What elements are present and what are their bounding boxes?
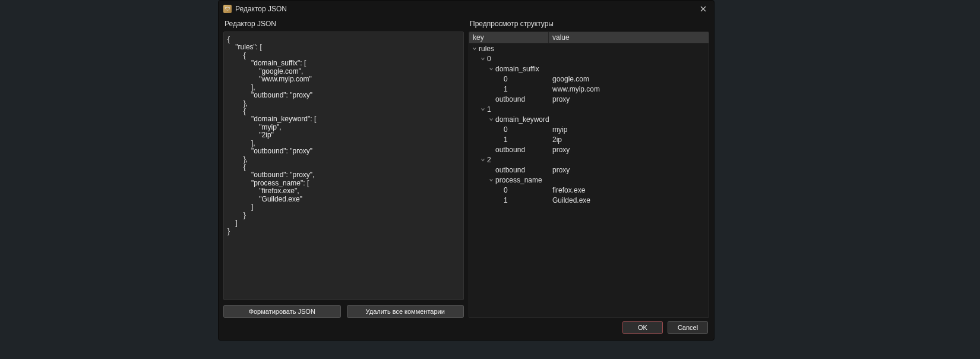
- tree-row[interactable]: 0firefox.exe: [469, 185, 709, 195]
- tree-row[interactable]: outboundproxy: [469, 94, 709, 104]
- tree-key: 0: [487, 55, 491, 63]
- tree-value: www.myip.com: [549, 85, 709, 93]
- tree-row[interactable]: 0google.com: [469, 74, 709, 84]
- chevron-down-icon[interactable]: [488, 66, 494, 72]
- chevron-down-icon[interactable]: [480, 56, 486, 62]
- tree-key: 1: [504, 136, 508, 144]
- tree-row[interactable]: 2: [469, 155, 709, 165]
- tree-value: proxy: [549, 95, 709, 103]
- structure-tree[interactable]: key value rules0domain_suffix0google.com…: [469, 32, 709, 318]
- titlebar: 🛡 Редактор JSON: [219, 1, 714, 17]
- tree-spacer: [497, 86, 502, 92]
- chevron-down-icon[interactable]: [472, 46, 478, 52]
- chevron-down-icon[interactable]: [488, 177, 494, 183]
- cancel-button[interactable]: Cancel: [668, 321, 708, 334]
- tree-key: 1: [504, 85, 508, 93]
- tree-header: key value: [469, 32, 709, 43]
- tree-key: process_name: [495, 176, 542, 184]
- window-title: Редактор JSON: [235, 5, 287, 13]
- tree-key: 0: [504, 75, 508, 83]
- editor-label: Редактор JSON: [223, 17, 464, 32]
- tree-key: outbound: [495, 166, 525, 174]
- tree-row[interactable]: process_name: [469, 175, 709, 185]
- tree-row[interactable]: domain_suffix: [469, 64, 709, 74]
- ok-button[interactable]: OK: [622, 321, 663, 334]
- strip-comments-button[interactable]: Удалить все комментарии: [347, 305, 464, 318]
- tree-spacer: [497, 197, 502, 203]
- tree-value: proxy: [549, 166, 709, 174]
- tree-row[interactable]: 1www.myip.com: [469, 84, 709, 94]
- format-json-button[interactable]: Форматировать JSON: [223, 305, 341, 318]
- tree-value: firefox.exe: [549, 186, 709, 194]
- json-editor-textarea[interactable]: { "rules": [ { "domain_suffix": [ "googl…: [223, 32, 464, 300]
- tree-row[interactable]: 12ip: [469, 134, 709, 144]
- tree-spacer: [497, 76, 502, 82]
- chevron-down-icon[interactable]: [480, 106, 486, 112]
- tree-value: Guilded.exe: [549, 196, 709, 204]
- tree-value: google.com: [549, 75, 709, 83]
- tree-row[interactable]: 1: [469, 104, 709, 114]
- tree-key: rules: [479, 45, 494, 53]
- tree-key: domain_suffix: [495, 65, 539, 73]
- app-icon: 🛡: [223, 5, 232, 13]
- tree-key: 1: [487, 105, 491, 114]
- chevron-down-icon[interactable]: [488, 116, 494, 122]
- preview-panel: Предпросмотр структуры key value rules0d…: [469, 17, 709, 318]
- tree-row[interactable]: rules: [469, 43, 709, 53]
- tree-key: 0: [504, 186, 508, 194]
- tree-key: outbound: [495, 146, 525, 154]
- tree-row[interactable]: 0: [469, 53, 709, 64]
- close-button[interactable]: [697, 3, 709, 15]
- tree-value: proxy: [549, 146, 709, 154]
- tree-spacer: [488, 96, 494, 102]
- tree-key: 2: [487, 156, 491, 164]
- tree-row[interactable]: 1Guilded.exe: [469, 195, 709, 205]
- tree-row[interactable]: 0myip: [469, 124, 709, 134]
- tree-key: 0: [504, 125, 508, 134]
- tree-row[interactable]: domain_keyword: [469, 114, 709, 124]
- tree-spacer: [497, 127, 502, 133]
- tree-value: myip: [549, 125, 709, 134]
- tree-header-value: value: [549, 32, 709, 43]
- tree-header-key: key: [469, 32, 549, 43]
- tree-spacer: [488, 167, 494, 173]
- preview-label: Предпросмотр структуры: [469, 17, 709, 32]
- tree-key: domain_keyword: [495, 115, 549, 124]
- tree-row[interactable]: outboundproxy: [469, 165, 709, 175]
- chevron-down-icon[interactable]: [480, 157, 486, 163]
- tree-spacer: [497, 187, 502, 193]
- tree-key: outbound: [495, 95, 525, 103]
- tree-row[interactable]: outboundproxy: [469, 144, 709, 155]
- tree-key: 1: [504, 196, 508, 204]
- json-editor-dialog: 🛡 Редактор JSON Редактор JSON { "rules":…: [218, 0, 715, 341]
- tree-spacer: [488, 147, 494, 153]
- tree-spacer: [497, 137, 502, 143]
- editor-panel: Редактор JSON { "rules": [ { "domain_suf…: [223, 17, 464, 318]
- tree-value: 2ip: [549, 136, 709, 144]
